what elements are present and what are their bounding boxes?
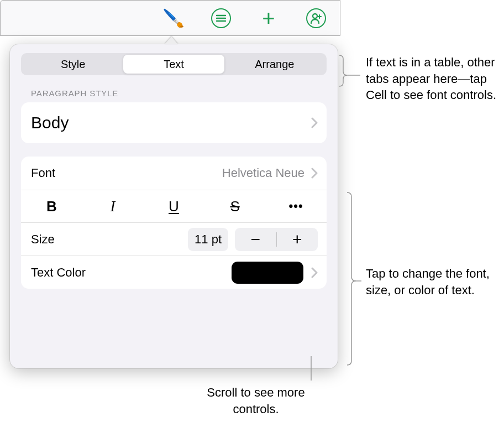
format-popover: Style Text Arrange PARAGRAPH STYLE Body … [10, 44, 338, 368]
outline-tool[interactable] [197, 1, 245, 35]
font-value: Helvetica Neue [222, 166, 308, 180]
strikethrough-button[interactable]: S [204, 190, 266, 222]
tab-style[interactable]: Style [23, 55, 123, 74]
size-stepper: − + [235, 228, 318, 251]
size-row: Size 11 pt − + [21, 222, 327, 256]
person-plus-icon [306, 8, 326, 28]
format-tabs: Style Text Arrange [21, 53, 327, 75]
svg-point-3 [313, 14, 317, 18]
paragraph-style-row[interactable]: Body [21, 102, 327, 143]
toolbar-spacer [1, 1, 150, 35]
paragraph-style-value: Body [31, 113, 69, 132]
paragraph-style-card: Body [21, 102, 327, 143]
text-color-swatch[interactable] [232, 262, 303, 284]
paragraph-style-heading: PARAGRAPH STYLE [21, 88, 327, 102]
text-format-row: B I U S ••• [21, 190, 327, 222]
plus-icon: + [262, 7, 275, 29]
size-decrease-button[interactable]: − [235, 228, 276, 251]
underline-button[interactable]: U [143, 190, 204, 222]
font-label: Font [31, 166, 55, 180]
paintbrush-icon: 🖌️ [162, 7, 185, 29]
more-formatting-button[interactable]: ••• [265, 190, 327, 222]
bold-button[interactable]: B [21, 190, 82, 222]
text-color-row[interactable]: Text Color [21, 256, 327, 289]
callout-scroll: Scroll to see more controls. [192, 384, 319, 417]
font-row[interactable]: Font Helvetica Neue [21, 157, 327, 190]
chevron-right-icon [308, 117, 318, 128]
tab-text[interactable]: Text [123, 55, 224, 74]
callout-tabs: If text is in a table, other tabs appear… [366, 54, 498, 103]
text-color-label: Text Color [31, 265, 86, 280]
toolbar: 🖌️ + [0, 0, 340, 36]
list-icon [211, 8, 231, 28]
chevron-right-icon [308, 168, 318, 179]
collaborate-tool[interactable] [292, 1, 340, 35]
format-tool[interactable]: 🖌️ [150, 1, 197, 35]
size-increase-button[interactable]: + [277, 228, 318, 251]
popover-arrow [165, 37, 178, 44]
size-label: Size [31, 232, 55, 247]
font-card: Font Helvetica Neue B I U S ••• Size 11 … [21, 157, 327, 289]
italic-button[interactable]: I [82, 190, 144, 222]
insert-tool[interactable]: + [245, 1, 292, 35]
size-value[interactable]: 11 pt [188, 228, 228, 251]
callout-font-controls: Tap to change the font, size, or color o… [366, 265, 493, 298]
chevron-right-icon [303, 267, 318, 278]
tab-arrange[interactable]: Arrange [224, 55, 325, 74]
